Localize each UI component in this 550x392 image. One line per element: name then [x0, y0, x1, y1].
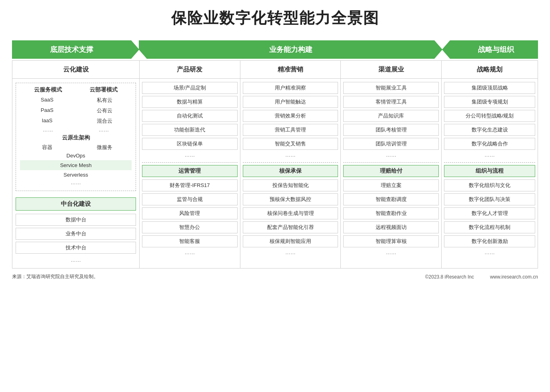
left-column: 云服务模式 云部署模式 SaaS 私有云 PaaS 公有云 IaaS 混合云 …… — [12, 79, 140, 268]
cloud-private: 私有云 — [78, 96, 132, 105]
serverless-item: Serverless — [20, 172, 132, 178]
header-row: 底层技术支撑 业务能力构建 战略与组织 — [12, 40, 538, 59]
jingzhun-dots1: …… — [243, 152, 338, 158]
jingzhun-divider — [243, 162, 338, 163]
qudao-col: 智能展业工具 客情管理工具 产品知识库 团队考核管理 团队培训管理 …… 理赔给… — [341, 79, 442, 268]
chanpin-item-0: 场景/产品定制 — [142, 82, 238, 94]
native-grid: 容器 微服务 — [20, 144, 132, 151]
jingzhun-bottom-1: 预核保大数据风控 — [243, 193, 338, 205]
header-left-label: 底层技术支撑 — [50, 45, 93, 54]
tech-platform: 技术中台 — [16, 242, 136, 254]
microservice-item: 微服务 — [78, 144, 132, 151]
cloud-iaas: IaaS — [20, 117, 74, 125]
footer-source: 来源：艾瑞咨询研究院自主研究及绘制。 — [12, 273, 98, 280]
zhanlue-dots1: …… — [444, 152, 535, 158]
zhanlue-item-2: 分公司转型战略/规划 — [444, 110, 535, 122]
jingzhun-item-2: 营销效果分析 — [243, 110, 338, 122]
data-platform: 数据中台 — [16, 214, 136, 226]
zhanlue-bottom-2: 数字化人才管理 — [444, 207, 535, 219]
chanpin-bottom-4: 智能客服 — [142, 235, 238, 247]
qudao-dots1: …… — [343, 152, 439, 158]
chanpin-bottom-3: 智慧办公 — [142, 221, 238, 233]
chanpin-item-2: 自动化测试 — [142, 110, 238, 122]
chanpin-item-4: 区块链保单 — [142, 138, 238, 150]
qudao-bottom-1: 智能查勘调度 — [343, 193, 439, 205]
footer-copyright: ©2023.8 iResearch Inc — [425, 274, 474, 280]
content-area: 云服务模式 云部署模式 SaaS 私有云 PaaS 公有云 IaaS 混合云 …… — [12, 78, 538, 269]
zhanlue-bottom-1: 数字化团队与决策 — [444, 193, 535, 205]
service-mesh-item: Service Mesh — [20, 160, 132, 170]
zhanlue-item-4: 数字化战略合作 — [444, 138, 535, 150]
cloud-deploy-title: 云部署模式 — [90, 86, 118, 94]
zhanlue-col: 集团级顶层战略 集团级专项规划 分公司转型战略/规划 数字化生态建设 数字化战略… — [442, 79, 538, 268]
chanpin-bottom-label: 运营管理 — [142, 165, 238, 177]
subheader-left-label: 云化建设 — [63, 66, 89, 74]
header-right: 战略与组织 — [442, 40, 538, 59]
chanpin-bottom-1: 监管与合规 — [142, 193, 238, 205]
zhanlue-item-1: 集团级专项规划 — [444, 96, 535, 108]
zhanlue-item-3: 数字化生态建设 — [444, 124, 535, 136]
zhanlue-dots2: …… — [444, 249, 535, 255]
qudao-bottom-4: 智能理算审核 — [343, 235, 439, 247]
footer-website: www.iresearch.com.cn — [490, 274, 538, 280]
qudao-bottom-3: 远程视频面访 — [343, 221, 439, 233]
subheader-right: 战略规划 — [442, 61, 538, 78]
chanpin-item-1: 数据与精算 — [142, 96, 238, 108]
subheader-left: 云化建设 — [12, 61, 140, 78]
qudao-item-4: 团队培训管理 — [343, 138, 439, 150]
jingzhun-col: 用户精准洞察 用户智能触达 营销效果分析 营销工具管理 智能交叉销售 …… 核保… — [240, 79, 341, 268]
chanpin-dots1: …… — [142, 152, 238, 158]
subheader-qudao: 渠道展业 — [341, 61, 442, 78]
zhanlue-bottom-4: 数字化创新激励 — [444, 235, 535, 247]
header-right-label: 战略与组织 — [478, 45, 514, 54]
qudao-divider — [343, 162, 439, 163]
cloud-hybrid: 混合云 — [78, 117, 132, 125]
chanpin-bottom-0: 财务管理-IFRS17 — [142, 179, 238, 191]
subheader-chanpin: 产品研发 — [140, 61, 240, 78]
qudao-item-3: 团队考核管理 — [343, 124, 439, 136]
footer: 来源：艾瑞咨询研究院自主研究及绘制。 ©2023.8 iResearch Inc… — [12, 273, 538, 280]
zhongtai-label: 中台化建设 — [16, 197, 136, 211]
subheader-chanpin-label: 产品研发 — [177, 66, 202, 74]
cloud-public: 公有云 — [78, 106, 132, 115]
chanpin-item-3: 功能创新迭代 — [142, 124, 238, 136]
page-title: 保险业数字化转型能力全景图 — [12, 8, 538, 28]
qudao-item-0: 智能展业工具 — [343, 82, 439, 94]
subheader-row: 云化建设 产品研发 精准营销 渠道展业 战略规划 — [12, 60, 538, 78]
jingzhun-item-0: 用户精准洞察 — [243, 82, 338, 94]
chanpin-col: 场景/产品定制 数据与精算 自动化测试 功能创新迭代 区块链保单 …… 运营管理… — [140, 79, 240, 268]
jingzhun-bottom-3: 配套产品智能化引荐 — [243, 221, 338, 233]
header-left: 底层技术支撑 — [12, 40, 139, 59]
cloud-section-header: 云服务模式 云部署模式 — [20, 86, 132, 94]
cloud-saas: SaaS — [20, 96, 74, 105]
header-middle: 业务能力构建 — [139, 40, 442, 59]
qudao-dots2: …… — [343, 249, 439, 255]
container-item: 容器 — [20, 144, 74, 151]
zhanlue-bottom-3: 数字化流程与机制 — [444, 221, 535, 233]
jingzhun-bottom-2: 核保问卷生成与管理 — [243, 207, 338, 219]
jingzhun-bottom-4: 核保规则智能应用 — [243, 235, 338, 247]
jingzhun-item-4: 智能交叉销售 — [243, 138, 338, 150]
zhanlue-bottom-label: 组织与流程 — [444, 165, 535, 177]
qudao-bottom-2: 智能查勘作业 — [343, 207, 439, 219]
cloud-section: 云服务模式 云部署模式 SaaS 私有云 PaaS 公有云 IaaS 混合云 …… — [16, 83, 136, 191]
header-middle-label: 业务能力构建 — [269, 45, 312, 54]
chanpin-dots2: …… — [142, 249, 238, 255]
native-section: 云原生架构 容器 微服务 DevOps Service Mesh Serverl… — [20, 134, 132, 185]
devops-item: DevOps — [20, 153, 132, 159]
jingzhun-dots2: …… — [243, 249, 338, 255]
jingzhun-item-1: 用户智能触达 — [243, 96, 338, 108]
cloud-grid: SaaS 私有云 PaaS 公有云 IaaS 混合云 — [20, 96, 132, 125]
zhanlue-item-0: 集团级顶层战略 — [444, 82, 535, 94]
jingzhun-item-3: 营销工具管理 — [243, 124, 338, 136]
zhongtai-dots: …… — [16, 257, 136, 263]
qudao-bottom-0: 理赔立案 — [343, 179, 439, 191]
cols-wrapper: 场景/产品定制 数据与精算 自动化测试 功能创新迭代 区块链保单 …… 运营管理… — [140, 79, 538, 268]
right-columns: 场景/产品定制 数据与精算 自动化测试 功能创新迭代 区块链保单 …… 运营管理… — [140, 79, 538, 268]
cloud-paas: PaaS — [20, 106, 74, 115]
subheader-qudao-label: 渠道展业 — [378, 66, 404, 74]
chanpin-bottom-2: 风险管理 — [142, 207, 238, 219]
zhongtai-items: 数据中台 业务中台 技术中台 …… — [16, 214, 136, 264]
left-dots1: …… — [20, 179, 132, 185]
subheader-right-label: 战略规划 — [477, 66, 502, 74]
